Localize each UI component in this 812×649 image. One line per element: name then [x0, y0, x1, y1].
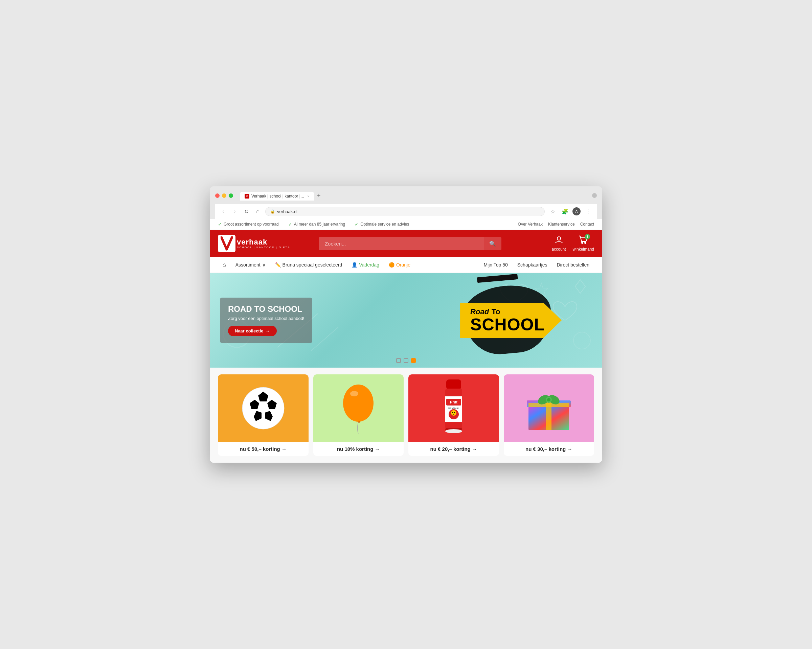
- chevron-down-icon: ∨: [262, 262, 266, 268]
- svg-line-4: [311, 327, 338, 351]
- products-section: nu € 50,– korting →: [210, 368, 602, 463]
- info-item-3: ✓ Optimale service en advies: [354, 221, 409, 227]
- active-tab[interactable]: V Verhaak | school | kantoor | gif… ×: [240, 192, 314, 201]
- profile-button[interactable]: A: [572, 207, 581, 215]
- browser-chrome: V Verhaak | school | kantoor | gif… × + …: [210, 186, 602, 219]
- nav-right: Mijn Top 50 Schapkaartjes Direct bestell…: [479, 257, 594, 272]
- nav-oranje[interactable]: 🟠 Oranje: [384, 257, 415, 272]
- cart-label: winkelmand: [573, 247, 594, 251]
- arrow-right-icon: →: [266, 328, 270, 334]
- window-control-btn[interactable]: [592, 193, 597, 198]
- logo-text: verhaak SCHOOL | KANTOOR | GIFTS: [237, 238, 290, 249]
- hero-dot-2[interactable]: [404, 358, 408, 363]
- tab-title: Verhaak | school | kantoor | gif…: [251, 194, 305, 198]
- check-icon-2: ✓: [288, 221, 292, 227]
- close-button[interactable]: [215, 193, 220, 198]
- minimize-button[interactable]: [222, 193, 226, 198]
- nav-bar: ⌂ Assortiment ∨ ✏️ Bruna speciaal gesele…: [210, 257, 602, 273]
- product-card-4[interactable]: nu € 30,– korting →: [504, 375, 594, 456]
- hero-cta-button[interactable]: Naar collectie →: [228, 326, 277, 336]
- window-controls: [590, 193, 597, 198]
- svg-point-27: [454, 412, 455, 413]
- orange-icon: 🟠: [389, 262, 394, 268]
- product-card-1[interactable]: nu € 50,– korting →: [218, 375, 308, 456]
- account-label: account: [552, 247, 566, 251]
- nav-home-icon[interactable]: ⌂: [218, 257, 231, 273]
- reload-button[interactable]: ↻: [242, 207, 250, 215]
- svg-point-17: [350, 391, 358, 396]
- svg-rect-35: [528, 403, 569, 407]
- vaderdag-icon: 👤: [351, 262, 357, 268]
- tab-favicon: V: [244, 194, 249, 198]
- cart-button[interactable]: 1 winkelmand: [573, 235, 594, 251]
- info-item-2: ✓ Al meer dan 85 jaar ervaring: [288, 221, 345, 227]
- title-bar: V Verhaak | school | kantoor | gif… × +: [215, 190, 597, 201]
- info-item-1: ✓ Groot assortiment op voorraad: [218, 221, 279, 227]
- website-content: ✓ Groot assortiment op voorraad ✓ Al mee…: [210, 219, 602, 463]
- url-text: verhaak.nl: [277, 209, 540, 214]
- svg-point-6: [574, 332, 591, 349]
- product-card-2[interactable]: nu 10% korting →: [313, 375, 404, 456]
- extensions-icon[interactable]: 🧩: [560, 207, 570, 216]
- sign-school-text: SCHOOL: [470, 316, 545, 333]
- hero-dots: [396, 358, 416, 363]
- lock-icon: 🔒: [270, 209, 275, 214]
- hero-content: ROAD TO SCHOOL Zorg voor een optimaal sc…: [220, 298, 312, 343]
- product-label-2: nu 10% korting →: [313, 442, 404, 456]
- address-bar-container: ‹ › ↻ ⌂ 🔒 verhaak.nl ☆ 🧩 A ⋮: [215, 204, 597, 219]
- klantenservice-link[interactable]: Klantenservice: [548, 222, 575, 227]
- hero-subtitle: Zorg voor een optimaal school aanbod!: [228, 316, 304, 321]
- product-card-3[interactable]: Pritt ORIGINAL: [408, 375, 499, 456]
- logo[interactable]: verhaak SCHOOL | KANTOOR | GIFTS: [218, 235, 290, 252]
- info-bar-links: Over Verhaak Klantenservice Contact: [518, 222, 594, 227]
- nav-vaderdag[interactable]: 👤 Vaderdag: [347, 257, 384, 272]
- logo-icon: [218, 235, 235, 252]
- info-text-2: Al meer dan 85 jaar ervaring: [294, 222, 345, 227]
- pritt-svg: Pritt ORIGINAL: [440, 378, 467, 439]
- browser-toolbar: ☆ 🧩 A ⋮: [548, 207, 593, 216]
- header-actions: account 1 winkelmand: [552, 235, 594, 251]
- bookmark-icon[interactable]: ☆: [548, 207, 557, 216]
- gift-svg: [524, 383, 574, 434]
- over-verhaak-link[interactable]: Over Verhaak: [518, 222, 543, 227]
- product-label-4: nu € 30,– korting →: [504, 442, 594, 456]
- info-text-1: Groot assortiment op voorraad: [224, 222, 279, 227]
- tab-close-icon[interactable]: ×: [308, 194, 310, 198]
- products-grid: nu € 50,– korting →: [218, 375, 594, 456]
- check-icon-1: ✓: [218, 221, 222, 227]
- new-tab-button[interactable]: +: [314, 190, 324, 201]
- info-bar-items: ✓ Groot assortiment op voorraad ✓ Al mee…: [218, 221, 409, 227]
- logo-name: verhaak: [237, 238, 290, 246]
- info-bar: ✓ Groot assortiment op voorraad ✓ Al mee…: [210, 219, 602, 230]
- hero-title: ROAD TO SCHOOL: [228, 305, 304, 314]
- product-image-4: [504, 375, 594, 442]
- account-button[interactable]: account: [552, 235, 566, 251]
- svg-point-2: [585, 242, 586, 244]
- nav-schapkaartjes[interactable]: Schapkaartjes: [513, 257, 552, 272]
- search-button[interactable]: 🔍: [484, 237, 501, 250]
- svg-point-16: [343, 384, 374, 422]
- svg-point-29: [445, 429, 462, 433]
- nav-direct-bestellen[interactable]: Direct bestellen: [552, 257, 594, 272]
- address-bar[interactable]: 🔒 verhaak.nl: [265, 207, 545, 216]
- browser-window: V Verhaak | school | kantoor | gif… × + …: [210, 186, 602, 463]
- cart-icon: 1: [578, 235, 588, 246]
- site-header: verhaak SCHOOL | KANTOOR | GIFTS 🔍 a: [210, 230, 602, 257]
- home-button[interactable]: ⌂: [254, 207, 262, 215]
- nav-top50[interactable]: Mijn Top 50: [479, 257, 512, 272]
- maximize-button[interactable]: [229, 193, 233, 198]
- pencil-icon: ✏️: [275, 262, 281, 268]
- hero-btn-label: Naar collectie: [235, 328, 264, 334]
- road-sign-container: Road To SCHOOL: [460, 303, 562, 338]
- svg-point-39: [547, 398, 551, 401]
- hero-dot-3[interactable]: [411, 358, 416, 363]
- search-input[interactable]: [319, 237, 484, 250]
- nav-bruna[interactable]: ✏️ Bruna speciaal geselecteerd: [270, 257, 347, 272]
- account-icon: [554, 235, 563, 246]
- contact-link[interactable]: Contact: [580, 222, 594, 227]
- nav-assortiment[interactable]: Assortiment ∨: [231, 257, 270, 272]
- hero-dot-1[interactable]: [396, 358, 401, 363]
- menu-icon[interactable]: ⋮: [583, 207, 593, 216]
- forward-button[interactable]: ›: [231, 207, 239, 215]
- back-button[interactable]: ‹: [219, 207, 227, 215]
